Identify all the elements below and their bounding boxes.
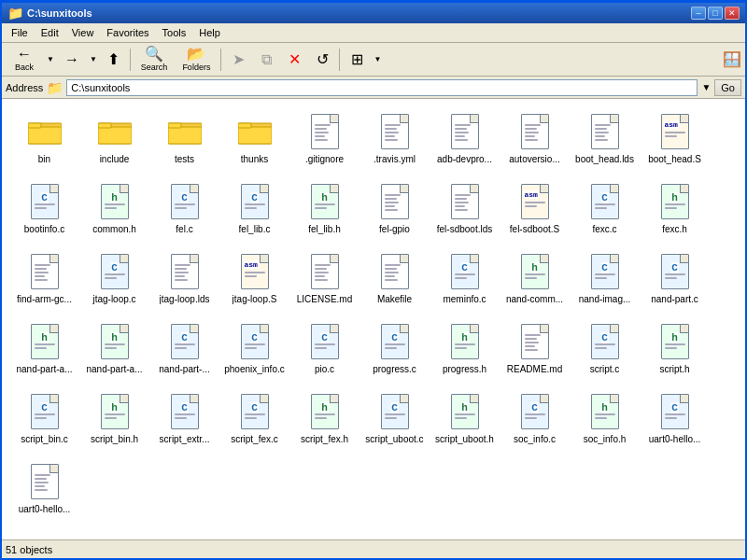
file-item[interactable]: C phoenix_info.c xyxy=(219,316,289,386)
file-item[interactable]: C progress.c xyxy=(359,316,430,386)
title-bar-controls[interactable]: – □ ✕ xyxy=(691,7,740,20)
file-icon: asm xyxy=(518,183,552,220)
file-item[interactable]: h script_bin.h xyxy=(79,386,149,456)
file-icon xyxy=(28,253,62,290)
up-button[interactable]: ⬆ xyxy=(101,46,126,74)
file-label: find-arm-gc... xyxy=(17,294,72,305)
menu-help[interactable]: Help xyxy=(193,25,226,40)
file-item[interactable]: README.md xyxy=(500,316,570,386)
file-item[interactable]: h script_fex.h xyxy=(289,386,359,456)
file-icon: C xyxy=(588,183,622,220)
copy-button[interactable]: ⧉ xyxy=(253,46,279,74)
title-bar-left: 📁 C:\sunxitools xyxy=(7,6,92,21)
views-button[interactable]: ⊞ xyxy=(344,46,370,74)
file-item[interactable]: h script.h xyxy=(640,316,710,386)
folders-label: Folders xyxy=(182,63,210,72)
file-item[interactable]: tests xyxy=(149,106,219,176)
file-item[interactable]: fel-sdboot.lds xyxy=(430,176,500,246)
file-icon: C xyxy=(518,393,552,430)
file-item[interactable]: bin xyxy=(9,106,79,176)
go-button[interactable]: Go xyxy=(714,79,741,96)
file-item[interactable]: fel-gpio xyxy=(359,176,430,246)
file-item[interactable]: C soc_info.c xyxy=(500,386,570,456)
file-item[interactable]: h progress.h xyxy=(430,316,500,386)
address-dropdown[interactable]: ▼ xyxy=(701,82,711,92)
undo-button[interactable]: ↺ xyxy=(309,46,335,74)
close-button[interactable]: ✕ xyxy=(725,7,740,20)
file-label: nand-part-... xyxy=(159,364,209,375)
file-item[interactable]: h fexc.h xyxy=(640,176,710,246)
file-item[interactable]: include xyxy=(79,106,149,176)
delete-button[interactable]: ✕ xyxy=(281,46,307,74)
file-item[interactable]: h soc_info.h xyxy=(570,386,640,456)
search-label: Search xyxy=(141,63,168,72)
file-item[interactable]: C meminfo.c xyxy=(430,246,500,316)
file-item[interactable]: asm boot_head.S xyxy=(640,106,710,176)
file-item[interactable]: C uart0-hello... xyxy=(640,386,710,456)
file-label: common.h xyxy=(92,224,136,235)
file-item[interactable]: C fel.c xyxy=(149,176,219,246)
file-item[interactable]: C script_bin.c xyxy=(9,386,79,456)
file-icon xyxy=(448,183,482,220)
file-item[interactable]: C nand-part-... xyxy=(149,316,219,386)
file-item[interactable]: h common.h xyxy=(79,176,149,246)
file-item[interactable]: C nand-part.c xyxy=(640,246,710,316)
menu-favorites[interactable]: Favorites xyxy=(101,25,154,40)
file-item[interactable]: h nand-part-a... xyxy=(9,316,79,386)
file-item[interactable]: C script_uboot.c xyxy=(359,386,430,456)
file-item[interactable]: C fexc.c xyxy=(570,176,640,246)
file-item[interactable]: h script_uboot.h xyxy=(430,386,500,456)
file-item[interactable]: .gitignore xyxy=(289,106,359,176)
file-item[interactable]: asm fel-sdboot.S xyxy=(500,176,570,246)
file-label: jtag-loop.c xyxy=(92,294,135,305)
file-icon: h xyxy=(658,323,692,360)
folders-button[interactable]: 📂 Folders xyxy=(176,46,217,74)
address-bar: Address 📁 ▼ Go xyxy=(2,77,745,99)
file-item[interactable]: C fel_lib.c xyxy=(219,176,289,246)
file-label: script_bin.h xyxy=(91,434,138,445)
move-button[interactable]: ➤ xyxy=(225,46,251,74)
file-item[interactable]: thunks xyxy=(219,106,289,176)
file-item[interactable]: C pio.c xyxy=(289,316,359,386)
forward-button[interactable]: → xyxy=(58,46,86,74)
file-icon: C xyxy=(168,183,202,220)
file-item[interactable]: Makefile xyxy=(359,246,430,316)
file-item[interactable]: asm jtag-loop.S xyxy=(219,246,289,316)
file-item[interactable]: C script.c xyxy=(570,316,640,386)
file-item[interactable]: boot_head.lds xyxy=(570,106,640,176)
file-item[interactable]: h fel_lib.h xyxy=(289,176,359,246)
search-button[interactable]: 🔍 Search xyxy=(134,46,175,74)
file-item[interactable]: find-arm-gc... xyxy=(9,246,79,316)
file-item[interactable]: jtag-loop.lds xyxy=(149,246,219,316)
move-icon: ➤ xyxy=(233,52,245,67)
file-item[interactable]: C bootinfo.c xyxy=(9,176,79,246)
address-input[interactable] xyxy=(66,79,698,96)
file-item[interactable]: uart0-hello... xyxy=(9,456,79,526)
file-label: soc_info.c xyxy=(514,434,556,445)
maximize-button[interactable]: □ xyxy=(708,7,723,20)
file-label: bin xyxy=(38,154,50,165)
menu-view[interactable]: View xyxy=(66,25,100,40)
file-item[interactable]: C script_fex.c xyxy=(219,386,289,456)
file-item[interactable]: LICENSE.md xyxy=(289,246,359,316)
file-item[interactable]: C script_extr... xyxy=(149,386,219,456)
back-arrow[interactable]: ▼ xyxy=(45,55,56,63)
file-icon: C xyxy=(308,323,342,360)
menu-tools[interactable]: Tools xyxy=(157,25,192,40)
file-label: fel_lib.c xyxy=(239,224,271,235)
file-item[interactable]: C nand-imag... xyxy=(570,246,640,316)
file-item[interactable]: autoversio... xyxy=(500,106,570,176)
menu-edit[interactable]: Edit xyxy=(35,25,64,40)
back-button[interactable]: ← Back xyxy=(6,46,43,74)
minimize-button[interactable]: – xyxy=(691,7,706,20)
menu-file[interactable]: File xyxy=(6,25,34,40)
file-item[interactable]: C jtag-loop.c xyxy=(79,246,149,316)
file-item[interactable]: adb-devpro... xyxy=(430,106,500,176)
file-item[interactable]: .travis.yml xyxy=(359,106,430,176)
file-item[interactable]: h nand-comm... xyxy=(500,246,570,316)
forward-arrow[interactable]: ▼ xyxy=(88,55,99,63)
views-arrow[interactable]: ▼ xyxy=(372,55,383,63)
file-item[interactable]: h nand-part-a... xyxy=(79,316,149,386)
file-label: boot_head.S xyxy=(648,154,701,165)
search-icon: 🔍 xyxy=(145,47,163,62)
